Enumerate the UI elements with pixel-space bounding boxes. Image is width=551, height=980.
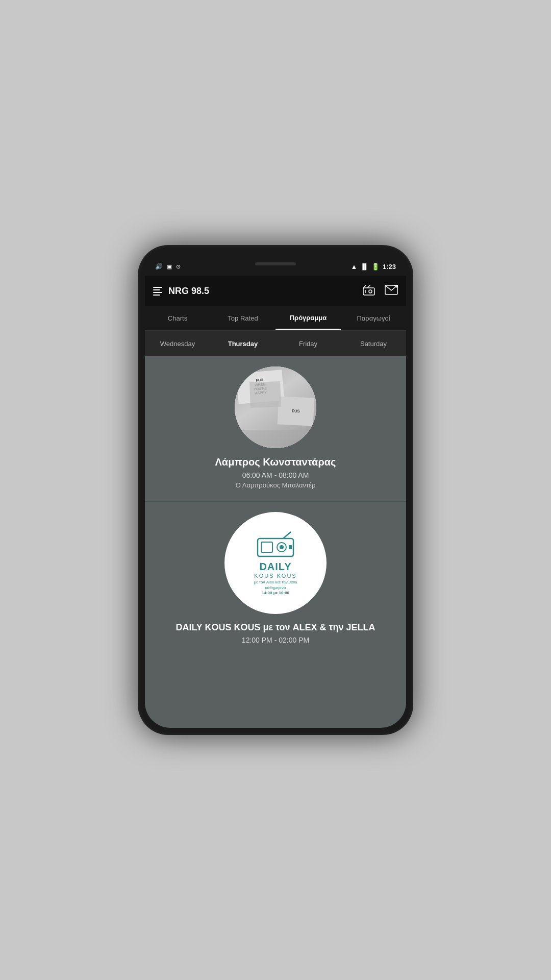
svg-rect-8: [258, 538, 293, 556]
cam-icon: ⊙: [176, 263, 181, 270]
logo-text-daily: DAILY: [259, 561, 291, 573]
header-left: NRG 98.5: [153, 286, 209, 297]
sim-icon: ▣: [167, 263, 172, 270]
svg-rect-13: [289, 545, 292, 549]
svg-line-3: [363, 285, 366, 288]
show-1-time: 06:00 AM - 08:00 AM: [242, 471, 309, 479]
show-2-name: DAILY KOUS KOUS με τον ALEX & την JELLA: [176, 622, 375, 633]
svg-point-12: [280, 545, 284, 549]
svg-line-4: [367, 285, 370, 288]
status-right-icons: ▲ ▐▌ 🔋 1:23: [351, 263, 396, 271]
content-area: FORWHENYOU'REHAPPY DJS Λάμπρος Κωνσταντά…: [145, 356, 406, 728]
show-card-2: DAILY KOUS KOUS με τον Alex και την Jell…: [145, 502, 406, 658]
header-right: [362, 284, 398, 299]
day-thursday[interactable]: Thursday: [210, 333, 276, 355]
svg-rect-10: [261, 542, 272, 552]
logo-text-kous: KOUS KOUS: [254, 573, 296, 579]
nav-tabs: Charts Top Rated Πρόγραμμα Παραγωγοί: [145, 306, 406, 331]
status-left-icons: 🔊 ▣ ⊙: [155, 263, 181, 270]
radio-logo-icon: [255, 531, 296, 559]
battery-icon: 🔋: [371, 263, 380, 271]
app-header: NRG 98.5: [145, 276, 406, 306]
svg-line-9: [283, 532, 291, 538]
tab-charts[interactable]: Charts: [145, 307, 210, 329]
show-1-name: Λάμπρος Κωνσταντάρας: [215, 456, 336, 468]
logo-caption: με τον Alex και την Jellaκαθημερινά: [254, 580, 297, 591]
wifi-icon: ▲: [351, 263, 358, 271]
day-wednesday[interactable]: Wednesday: [145, 333, 210, 355]
day-saturday[interactable]: Saturday: [341, 333, 406, 355]
tab-programma[interactable]: Πρόγραμμα: [276, 307, 341, 330]
clock: 1:23: [383, 263, 396, 271]
volume-icon: 🔊: [155, 263, 163, 270]
show-card-1: FORWHENYOU'REHAPPY DJS Λάμπρος Κωνσταντά…: [145, 356, 406, 502]
show-2-avatar: DAILY KOUS KOUS με τον Alex και την Jell…: [224, 512, 327, 614]
day-friday[interactable]: Friday: [276, 333, 341, 355]
day-tabs: Wednesday Thursday Friday Saturday: [145, 331, 406, 356]
app-title: NRG 98.5: [168, 286, 209, 297]
signal-icon: ▐▌: [360, 263, 368, 270]
daily-kous-logo: DAILY KOUS KOUS με τον Alex και την Jell…: [224, 512, 327, 614]
show-1-description: Ο Λαμπρούκος Μπαλαντέρ: [236, 481, 316, 489]
status-bar: 🔊 ▣ ⊙ ▲ ▐▌ 🔋 1:23: [145, 257, 406, 276]
svg-point-2: [369, 290, 372, 293]
show-2-time: 12:00 PM - 02:00 PM: [242, 636, 309, 644]
logo-time: 14:00 με 16:00: [262, 591, 289, 595]
tab-top-rated[interactable]: Top Rated: [210, 307, 276, 329]
tab-paragogoi[interactable]: Παραγωγοί: [341, 307, 406, 329]
radio-button[interactable]: [362, 284, 377, 299]
show-1-avatar: FORWHENYOU'REHAPPY DJS: [235, 366, 316, 448]
menu-button[interactable]: [153, 287, 162, 296]
mail-button[interactable]: [385, 285, 398, 298]
